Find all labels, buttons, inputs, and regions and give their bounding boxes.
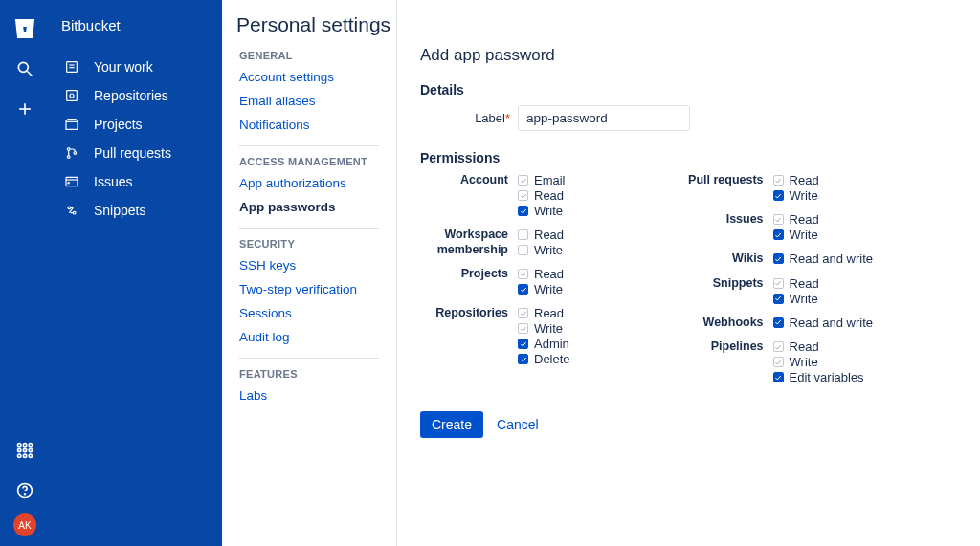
perm-option[interactable]: Read <box>773 276 819 291</box>
checkbox-icon[interactable] <box>773 294 784 304</box>
perm-group-webhooks: WebhooksRead and write <box>676 316 873 331</box>
nav-icon <box>61 174 82 189</box>
checkbox-icon[interactable] <box>518 175 528 186</box>
nav-item-repositories[interactable]: Repositories <box>50 81 222 110</box>
nav-item-pull-requests[interactable]: Pull requests <box>50 139 222 167</box>
settings-link-audit-log[interactable]: Audit log <box>222 325 396 349</box>
nav-item-label: Your work <box>94 59 153 75</box>
settings-link-ssh-keys[interactable]: SSH keys <box>222 253 396 277</box>
checkbox-icon[interactable] <box>773 229 784 240</box>
checkbox-icon[interactable] <box>773 372 784 382</box>
create-icon[interactable] <box>8 92 42 126</box>
bitbucket-logo-icon[interactable] <box>8 11 42 46</box>
perm-option[interactable]: Edit variables <box>773 370 864 384</box>
perm-option[interactable]: Write <box>773 292 819 306</box>
perm-group-label: Wikis <box>676 251 773 267</box>
checkbox-icon[interactable] <box>518 190 528 201</box>
checkbox-icon[interactable] <box>518 284 528 295</box>
settings-link-notifications[interactable]: Notifications <box>222 113 396 137</box>
perm-option[interactable]: Read and write <box>773 251 873 266</box>
perm-group-workspace-membership: Workspace membershipReadWrite <box>420 228 570 257</box>
perm-group-pull-requests: Pull requestsReadWrite <box>676 173 873 203</box>
perm-option[interactable]: Read <box>773 212 819 227</box>
svg-rect-15 <box>67 62 78 73</box>
nav-item-label: Pull requests <box>94 145 171 161</box>
nav-item-projects[interactable]: Projects <box>50 110 222 139</box>
cancel-button[interactable]: Cancel <box>497 417 539 432</box>
perm-option[interactable]: Read <box>773 339 864 354</box>
perm-option[interactable]: Write <box>518 282 564 296</box>
help-icon[interactable] <box>8 473 42 508</box>
checkbox-icon[interactable] <box>518 308 528 318</box>
perm-group-label: Snippets <box>676 276 773 292</box>
nav-icon <box>61 88 82 103</box>
perm-option[interactable]: Write <box>773 188 819 203</box>
nav-item-label: Projects <box>94 117 143 132</box>
settings-link-email-aliases[interactable]: Email aliases <box>222 89 396 113</box>
perm-option[interactable]: Email <box>518 173 566 187</box>
nav-icon <box>61 117 82 132</box>
svg-point-27 <box>68 207 71 209</box>
perm-option[interactable]: Read <box>518 228 564 242</box>
checkbox-icon[interactable] <box>518 229 528 240</box>
checkbox-icon[interactable] <box>773 357 784 367</box>
checkbox-icon[interactable] <box>518 323 528 334</box>
checkbox-icon[interactable] <box>518 354 528 364</box>
perm-option-label: Read <box>534 267 564 281</box>
perm-option[interactable]: Write <box>518 243 564 257</box>
perm-option[interactable]: Read <box>518 306 570 320</box>
perm-option-label: Read <box>534 306 564 320</box>
settings-link-account-settings[interactable]: Account settings <box>222 65 396 89</box>
checkbox-icon[interactable] <box>518 245 528 255</box>
svg-point-26 <box>68 183 69 184</box>
settings-group-heading: General <box>222 40 396 65</box>
checkbox-icon[interactable] <box>773 214 784 225</box>
nav-item-issues[interactable]: Issues <box>50 167 222 196</box>
perm-option[interactable]: Write <box>518 321 570 336</box>
perm-group-pipelines: PipelinesReadWriteEdit variables <box>676 339 873 384</box>
svg-point-23 <box>74 152 77 155</box>
settings-link-app-passwords[interactable]: App passwords <box>222 195 396 219</box>
perm-option[interactable]: Write <box>773 355 864 369</box>
checkbox-icon[interactable] <box>773 190 784 201</box>
label-input[interactable] <box>518 105 690 131</box>
perm-option[interactable]: Admin <box>518 337 570 351</box>
settings-link-two-step-verification[interactable]: Two-step verification <box>222 277 396 301</box>
settings-link-labs[interactable]: Labs <box>222 383 396 407</box>
checkbox-icon[interactable] <box>773 278 784 289</box>
perm-option[interactable]: Read <box>518 267 564 281</box>
checkbox-icon[interactable] <box>518 339 528 349</box>
svg-point-9 <box>29 448 32 451</box>
app-switcher-icon[interactable] <box>8 433 42 468</box>
create-button[interactable]: Create <box>420 411 483 438</box>
svg-point-28 <box>73 211 76 214</box>
perm-group-label: Account <box>420 173 518 188</box>
svg-rect-18 <box>67 91 78 101</box>
checkbox-icon[interactable] <box>518 269 528 279</box>
checkbox-icon[interactable] <box>773 253 784 264</box>
svg-line-1 <box>28 72 33 76</box>
nav-icon <box>61 203 82 218</box>
search-icon[interactable] <box>8 52 42 86</box>
checkbox-icon[interactable] <box>773 317 784 328</box>
checkbox-icon[interactable] <box>773 175 784 186</box>
perm-group-snippets: SnippetsReadWrite <box>676 276 873 306</box>
settings-link-sessions[interactable]: Sessions <box>222 301 396 325</box>
perm-option[interactable]: Read <box>518 188 566 203</box>
user-avatar[interactable]: AK <box>13 513 36 536</box>
nav-item-your-work[interactable]: Your work <box>50 53 222 81</box>
global-rail: AK <box>0 0 50 546</box>
perm-option[interactable]: Write <box>773 228 819 242</box>
nav-item-snippets[interactable]: Snippets <box>50 196 222 225</box>
perm-option[interactable]: Write <box>518 204 566 218</box>
perm-group-label: Webhooks <box>676 316 773 331</box>
checkbox-icon[interactable] <box>773 341 784 352</box>
perm-option[interactable]: Read and write <box>773 316 873 330</box>
checkbox-icon[interactable] <box>518 206 528 216</box>
perm-option[interactable]: Delete <box>518 352 570 366</box>
perm-option[interactable]: Read <box>773 173 819 187</box>
svg-point-14 <box>25 494 26 495</box>
settings-link-app-authorizations[interactable]: App authorizations <box>222 171 396 195</box>
nav-icon <box>61 59 82 75</box>
perm-group-label: Projects <box>420 267 518 282</box>
